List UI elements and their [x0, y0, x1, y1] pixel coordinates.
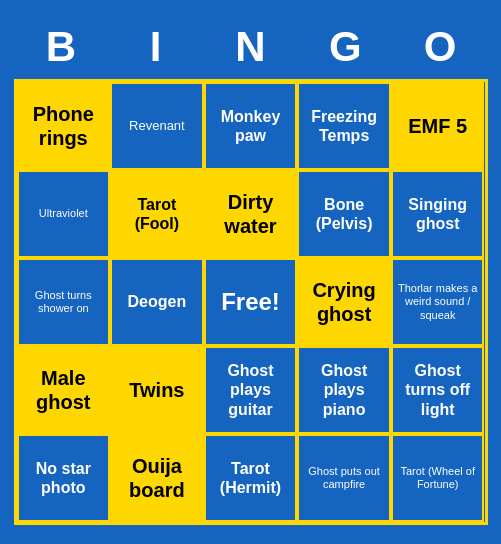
letter-i: I — [108, 19, 203, 75]
cell-2[interactable]: Monkey paw — [204, 82, 298, 170]
cell-text-0: Phone rings — [23, 102, 105, 150]
cell-text-10: Ghost turns shower on — [23, 289, 105, 315]
cell-0[interactable]: Phone rings — [17, 82, 111, 170]
cell-text-15: Male ghost — [23, 366, 105, 414]
cell-text-13: Crying ghost — [303, 278, 385, 326]
cell-text-3: Freezing Temps — [303, 107, 385, 145]
bingo-card: B I N G O Phone ringsRevenantMonkey pawF… — [6, 11, 496, 533]
bingo-header: B I N G O — [14, 19, 488, 75]
cell-text-17: Ghost plays guitar — [210, 361, 292, 419]
cell-21[interactable]: Ouija board — [110, 434, 204, 522]
cell-20[interactable]: No star photo — [17, 434, 111, 522]
cell-text-19: Ghost turns off light — [397, 361, 479, 419]
cell-13[interactable]: Crying ghost — [297, 258, 391, 346]
cell-11[interactable]: Deogen — [110, 258, 204, 346]
cell-text-18: Ghost plays piano — [303, 361, 385, 419]
cell-text-5: Ultraviolet — [39, 207, 88, 220]
cell-text-22: Tarot (Hermit) — [210, 459, 292, 497]
cell-14[interactable]: Thorlar makes a weird sound / squeak — [391, 258, 485, 346]
cell-23[interactable]: Ghost puts out campfire — [297, 434, 391, 522]
cell-1[interactable]: Revenant — [110, 82, 204, 170]
cell-24[interactable]: Tarot (Wheel of Fortune) — [391, 434, 485, 522]
letter-o: O — [393, 19, 488, 75]
cell-18[interactable]: Ghost plays piano — [297, 346, 391, 434]
cell-17[interactable]: Ghost plays guitar — [204, 346, 298, 434]
cell-text-4: EMF 5 — [408, 114, 467, 138]
cell-7[interactable]: Dirty water — [204, 170, 298, 258]
cell-text-20: No star photo — [23, 459, 105, 497]
cell-text-21: Ouija board — [116, 454, 198, 502]
cell-text-16: Twins — [129, 378, 184, 402]
cell-22[interactable]: Tarot (Hermit) — [204, 434, 298, 522]
cell-text-11: Deogen — [128, 292, 187, 311]
cell-text-1: Revenant — [129, 118, 185, 134]
cell-text-6: Tarot (Fool) — [116, 195, 198, 233]
cell-9[interactable]: Singing ghost — [391, 170, 485, 258]
cell-8[interactable]: Bone (Pelvis) — [297, 170, 391, 258]
cell-text-24: Tarot (Wheel of Fortune) — [397, 465, 479, 491]
cell-text-9: Singing ghost — [397, 195, 479, 233]
cell-12[interactable]: Free! — [204, 258, 298, 346]
cell-16[interactable]: Twins — [110, 346, 204, 434]
letter-g: G — [298, 19, 393, 75]
cell-3[interactable]: Freezing Temps — [297, 82, 391, 170]
cell-text-2: Monkey paw — [210, 107, 292, 145]
cell-text-8: Bone (Pelvis) — [303, 195, 385, 233]
cell-6[interactable]: Tarot (Fool) — [110, 170, 204, 258]
letter-b: B — [14, 19, 109, 75]
cell-text-14: Thorlar makes a weird sound / squeak — [397, 282, 479, 322]
cell-text-7: Dirty water — [210, 190, 292, 238]
cell-10[interactable]: Ghost turns shower on — [17, 258, 111, 346]
cell-15[interactable]: Male ghost — [17, 346, 111, 434]
cell-text-12: Free! — [221, 288, 280, 317]
cell-19[interactable]: Ghost turns off light — [391, 346, 485, 434]
cell-4[interactable]: EMF 5 — [391, 82, 485, 170]
bingo-grid: Phone ringsRevenantMonkey pawFreezing Te… — [14, 79, 488, 525]
cell-text-23: Ghost puts out campfire — [303, 465, 385, 491]
letter-n: N — [203, 19, 298, 75]
cell-5[interactable]: Ultraviolet — [17, 170, 111, 258]
